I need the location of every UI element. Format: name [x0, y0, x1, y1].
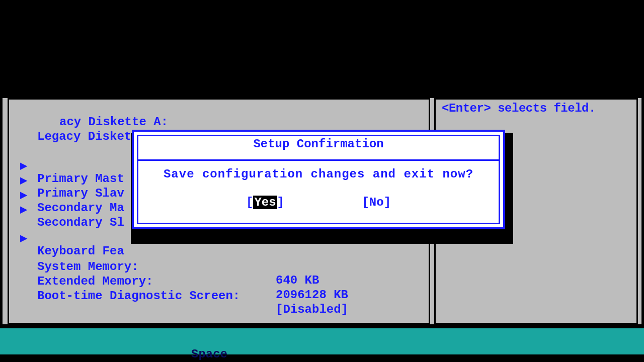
dialog-title: Setup Confirmation [138, 137, 499, 151]
dialog-divider [138, 159, 499, 161]
setup-confirmation-dialog: Setup Confirmation Save configuration ch… [132, 130, 505, 229]
dialog-inner: Setup Confirmation Save configuration ch… [137, 135, 500, 224]
triangle-icon: ▶ [20, 231, 27, 245]
dialog-buttons: [Yes] [No] [138, 196, 499, 209]
triangle-icon: ▶ [20, 202, 27, 217]
screen: acy Diskette A: [1.44/1.25 MB 3½"] Legac… [0, 0, 644, 362]
footer-key-space: Space [191, 347, 227, 361]
yes-button[interactable]: [Yes] [246, 196, 284, 209]
help-text: <Enter> selects field. [442, 102, 596, 115]
boot-diag-label: Boot-time Diagnostic Screen: [37, 289, 240, 303]
boot-diag-value[interactable]: [Disabled] [276, 303, 348, 316]
no-button[interactable]: [No] [362, 196, 391, 209]
footer-bar: Space Select Enter Accept [0, 328, 644, 354]
dialog-message: Save configuration changes and exit now? [138, 167, 499, 181]
